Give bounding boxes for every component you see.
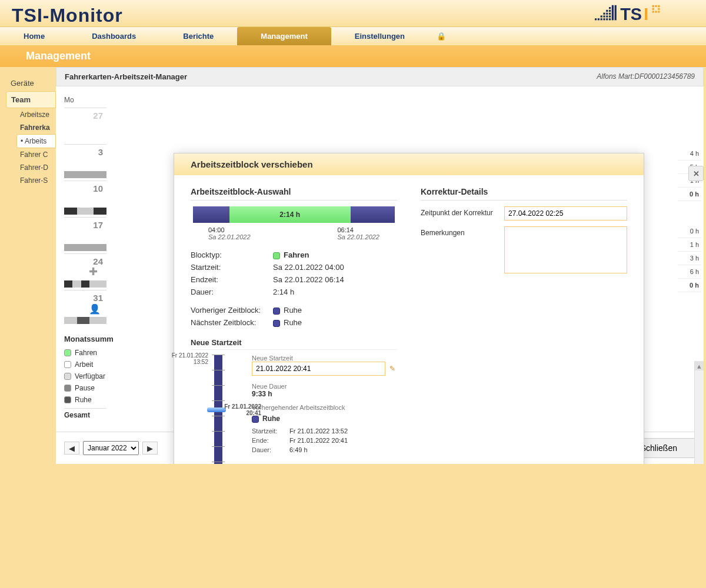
correction-ts-input[interactable] — [504, 206, 627, 220]
sidebar-item-team[interactable]: Team — [6, 91, 56, 108]
svg-rect-13 — [609, 13, 611, 15]
swatch-fahren — [64, 349, 71, 356]
plus-icon[interactable]: ✚ — [89, 265, 98, 278]
sidebar-sub-fahrerkarten[interactable]: Fahrerka — [16, 121, 56, 134]
sidebar-sub-arbeits[interactable]: Arbeits — [16, 134, 56, 148]
person-icon[interactable]: 👤 — [89, 303, 101, 315]
timeline-label-top: Fr 21.01.2022 13:52 — [167, 352, 208, 365]
correction-note-input[interactable] — [504, 226, 627, 273]
app-header: TSI TSI-Monitor — [0, 0, 706, 26]
scrollbar[interactable]: ▴ ▾ — [694, 361, 704, 464]
svg-rect-5 — [603, 15, 605, 17]
calendar-cell[interactable]: 31👤 — [64, 290, 106, 326]
svg-rect-1 — [598, 18, 600, 20]
modal-title: Arbeitszeitblock verschieben — [174, 153, 644, 175]
section-correction: Korrektur-Details — [421, 187, 627, 201]
close-x-button[interactable]: ✕ — [688, 166, 704, 181]
swatch-pause — [64, 385, 71, 392]
svg-text:I: I — [644, 5, 648, 24]
timeline-label-pointer: Fr 21.01.2022 20:41 — [220, 403, 261, 416]
svg-rect-15 — [609, 18, 611, 20]
section-block-select: Arbeitszeitblock-Auswahl — [191, 187, 397, 201]
nav-einstellungen[interactable]: Einstellungen — [331, 27, 428, 45]
nav-lock-icon[interactable]: 🔒 — [428, 27, 454, 45]
brand-logo-right: TSI — [571, 2, 694, 28]
svg-rect-0 — [595, 18, 597, 20]
swatch-ruhe — [64, 396, 71, 403]
main-nav: Home Dashboards Berichte Management Eins… — [0, 26, 706, 45]
summary-row: Ruhe — [64, 394, 106, 406]
section-subhead: Management — [0, 45, 706, 67]
svg-rect-2 — [601, 15, 602, 17]
month-summary: Monatssumm Fahren Arbeit Verfügbar Pause… — [64, 335, 106, 421]
calendar-day-header: Mo — [64, 92, 106, 108]
svg-rect-17 — [615, 5, 617, 21]
shift-block-modal: Arbeitszeitblock verschieben Arbeitszeit… — [174, 153, 644, 464]
svg-rect-11 — [609, 7, 611, 9]
chip-ruhe — [273, 320, 280, 327]
next-month-button[interactable]: ▶ — [142, 442, 158, 455]
svg-rect-14 — [609, 15, 611, 17]
svg-rect-8 — [606, 13, 608, 15]
summary-total: Gesamt — [64, 408, 106, 421]
new-start-input[interactable] — [252, 362, 385, 376]
svg-rect-24 — [655, 11, 657, 12]
sidebar-sub-fahrer-c[interactable]: Fahrer C — [16, 148, 56, 161]
svg-text:TS: TS — [620, 5, 642, 24]
driver-id: Alfons Mart:DF0000123456789 — [597, 72, 695, 81]
sidebar-item-geraete[interactable]: Geräte — [6, 75, 56, 91]
nav-home[interactable]: Home — [0, 27, 68, 45]
svg-rect-26 — [658, 8, 660, 10]
nav-management[interactable]: Management — [237, 27, 331, 45]
summary-row: Fahren — [64, 347, 106, 359]
svg-rect-21 — [652, 8, 654, 10]
sidebar: Geräte Team Arbeitsze Fahrerka Arbeits F… — [0, 67, 56, 464]
svg-rect-10 — [606, 18, 608, 20]
svg-rect-7 — [606, 10, 608, 12]
swatch-verfuegbar — [64, 373, 71, 380]
summary-row: Arbeit — [64, 359, 106, 370]
block-duration-badge: 2:14 h — [229, 206, 351, 223]
chip-ruhe — [273, 308, 280, 315]
svg-rect-25 — [658, 5, 660, 7]
svg-rect-3 — [601, 18, 602, 20]
sidebar-sub-fahrer-d[interactable]: Fahrer-D — [16, 161, 56, 174]
month-select[interactable]: Januar 2022 — [83, 441, 139, 455]
pencil-icon[interactable]: ✎ — [388, 363, 397, 374]
block-bar: 2:14 h — [193, 206, 395, 223]
summary-row: Pause — [64, 382, 106, 394]
swatch-arbeit — [64, 361, 71, 368]
new-duration-value: 9:33 h — [252, 390, 397, 398]
nav-dashboards[interactable]: Dashboards — [68, 27, 159, 45]
calendar-cell[interactable]: 27 — [64, 108, 106, 144]
calendar-cell[interactable]: 10 — [64, 181, 106, 217]
content-panel: Fahrerkarten-Arbeitszeit-Manager Alfons … — [56, 67, 704, 464]
svg-rect-20 — [652, 5, 654, 7]
svg-rect-16 — [612, 5, 614, 21]
svg-rect-6 — [603, 18, 605, 20]
svg-rect-23 — [655, 5, 657, 7]
chip-ruhe — [252, 416, 259, 423]
calendar-cell[interactable]: 24✚ — [64, 253, 106, 290]
svg-rect-4 — [603, 13, 605, 15]
calendar-cell[interactable]: 17 — [64, 217, 106, 253]
svg-rect-22 — [652, 11, 654, 12]
nav-berichte[interactable]: Berichte — [159, 27, 237, 45]
svg-rect-9 — [606, 15, 608, 17]
sidebar-sub-fahrer-s[interactable]: Fahrer-S — [16, 174, 56, 187]
summary-row: Verfügbar — [64, 370, 106, 382]
section-new-start: Neue Startzeit — [191, 338, 397, 350]
sidebar-sub-arbeitszeit[interactable]: Arbeitsze — [16, 108, 56, 121]
chip-fahren — [273, 252, 280, 259]
prev-month-button[interactable]: ◀ — [64, 442, 79, 455]
svg-rect-12 — [609, 10, 611, 12]
scroll-up-icon[interactable]: ▴ — [695, 361, 704, 370]
calendar-cell[interactable]: 3 — [64, 144, 106, 181]
panel-title: Fahrerkarten-Arbeitszeit-Manager — [65, 72, 187, 81]
svg-rect-27 — [658, 11, 660, 12]
panel-header: Fahrerkarten-Arbeitszeit-Manager Alfons … — [56, 67, 704, 86]
